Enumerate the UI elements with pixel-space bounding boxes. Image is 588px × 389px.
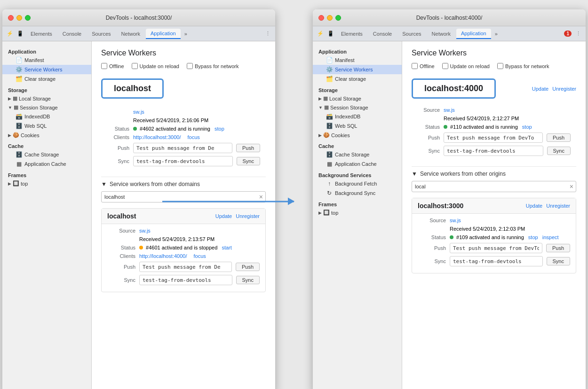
status-stop-link-1[interactable]: stop — [215, 126, 224, 132]
sidebar-item-indexeddb-2[interactable]: 🗃️ IndexedDB — [313, 112, 402, 121]
sec-sync-input-2[interactable] — [450, 256, 543, 266]
tab-console-2[interactable]: Console — [368, 29, 397, 39]
sec-sync-input-1[interactable] — [139, 275, 232, 285]
sec-sync-btn-1[interactable]: Sync — [236, 276, 260, 284]
sidebar-item-manifest-1[interactable]: 📄 Manifest — [2, 55, 91, 65]
sec-unregister-link-2[interactable]: Unregister — [546, 203, 570, 209]
sec-status-value-2: #109 activated and is running stop inspe… — [450, 234, 559, 240]
bypass-checkbox-1[interactable] — [187, 63, 193, 69]
push-input-2[interactable] — [444, 132, 543, 143]
offline-checkbox-1[interactable] — [101, 63, 107, 69]
tab-network-2[interactable]: Network — [427, 29, 455, 39]
sec-inspect-link-2[interactable]: inspect — [542, 234, 559, 240]
sync-input-1[interactable] — [133, 156, 233, 166]
tab-sources-2[interactable]: Sources — [397, 29, 426, 39]
sidebar-expand-cookies-2[interactable]: ▶ 🍪 Cookies — [313, 131, 402, 140]
sidebar-item-cachestorage-1[interactable]: 🗄️ Cache Storage — [2, 150, 91, 159]
tab-application-1[interactable]: Application — [146, 29, 181, 39]
sec-clients-url-1[interactable]: http://localhost:4000/ — [139, 253, 187, 259]
update-link-1[interactable]: Update — [215, 213, 232, 219]
sync-button-2[interactable]: Sync — [547, 147, 571, 155]
devtools-toggle-icon-2[interactable]: ⚡ — [316, 29, 325, 39]
push-button-2[interactable]: Push — [547, 133, 571, 142]
maximize-button-2[interactable] — [335, 15, 341, 21]
sec-status-action-1[interactable]: start — [222, 245, 231, 250]
sidebar-item-clearstorage-1[interactable]: 🗂️ Clear storage — [2, 74, 91, 84]
sidebar-expand-sessionstorage-2[interactable]: ▼ ▦ Session Storage — [313, 103, 402, 112]
tab-elements-2[interactable]: Elements — [336, 29, 367, 39]
filter-input-2[interactable] — [412, 181, 576, 192]
update-checkbox-2[interactable] — [442, 63, 448, 69]
sidebar-item-websql-1[interactable]: 🗄️ Web SQL — [2, 121, 91, 131]
sec-clients-focus-1[interactable]: focus — [194, 253, 206, 259]
secondary-sw-host-1: localhost — [107, 212, 136, 220]
minimize-button-2[interactable] — [327, 15, 333, 21]
sidebar-expand-cookies-1[interactable]: ▶ 🍪 Cookies — [2, 131, 91, 140]
sec-push-input-1[interactable] — [139, 262, 232, 272]
sec-source-link-1[interactable]: sw.js — [139, 228, 151, 233]
other-origins-header-2[interactable]: ▼ Service workers from other origins — [412, 171, 576, 177]
close-button-2[interactable] — [318, 15, 324, 21]
sidebar-item-cachestorage-2[interactable]: 🗄️ Cache Storage — [313, 150, 402, 159]
sw-received-value-1: Received 5/24/2019, 2:16:06 PM — [133, 117, 208, 123]
sec-push-btn-2[interactable]: Push — [546, 244, 570, 252]
sidebar-expand-sessionstorage-1[interactable]: ▼ ▦ Session Storage — [2, 103, 91, 112]
tab-application-2[interactable]: Application — [456, 29, 491, 39]
devtools-toggle-icon[interactable]: ⚡ — [5, 29, 15, 39]
other-domains-header-1[interactable]: ▼ Service workers from other domains — [101, 181, 266, 187]
sidebar-item-indexeddb-1[interactable]: 🗃️ IndexedDB — [2, 112, 91, 121]
maximize-button-1[interactable] — [25, 15, 31, 21]
sidebar-item-serviceworkers-1[interactable]: ⚙️ Service Workers — [2, 65, 91, 74]
sidebar-expand-localstorage-1[interactable]: ▶ ▦ Local Storage — [2, 94, 91, 103]
tab-console-1[interactable]: Console — [58, 29, 86, 39]
sec-sync-btn-2[interactable]: Sync — [547, 257, 570, 265]
filter-clear-1[interactable]: × — [259, 193, 263, 201]
sw-source-link-1[interactable]: sw.js — [133, 109, 144, 115]
update-checkbox-1[interactable] — [132, 63, 138, 69]
close-button-1[interactable] — [8, 15, 14, 21]
clients-focus-1[interactable]: focus — [188, 134, 200, 140]
device-icon[interactable]: 📱 — [16, 29, 25, 39]
error-badge-2: 1 — [564, 31, 572, 37]
unregister-link-1[interactable]: Unregister — [236, 213, 260, 219]
minimize-button-1[interactable] — [16, 15, 22, 21]
sec-stop-link-2[interactable]: stop — [528, 234, 538, 240]
sidebar-expand-frames-1[interactable]: ▶ 🔲 top — [2, 179, 91, 188]
sidebar-item-clearstorage-2[interactable]: 🗂️ Clear storage — [313, 74, 402, 84]
status-stop-link-2[interactable]: stop — [522, 124, 532, 130]
sidebar-item-appcache-1[interactable]: ▦ Application Cache — [2, 159, 91, 169]
main-update-link-2[interactable]: Update — [532, 86, 548, 92]
sidebar-expand-frames-2[interactable]: ▶ 🔲 top — [313, 208, 402, 217]
settings-icon-2[interactable]: ⋮ — [573, 29, 583, 39]
sec-source-link-2[interactable]: sw.js — [450, 218, 461, 223]
sec-push-btn-1[interactable]: Push — [236, 263, 260, 271]
push-input-1[interactable] — [133, 143, 232, 153]
sidebar-item-bgfetch[interactable]: ↑ Background Fetch — [313, 179, 402, 188]
sync-input-2[interactable] — [444, 146, 543, 156]
sync-button-1[interactable]: Sync — [237, 157, 260, 165]
sidebar-item-bgsync[interactable]: ↻ Background Sync — [313, 188, 402, 198]
device-icon-2[interactable]: 📱 — [326, 29, 335, 39]
offline-checkbox-2[interactable] — [412, 63, 418, 69]
main-unregister-link-2[interactable]: Unregister — [552, 86, 576, 92]
tab-more-2[interactable]: » — [492, 29, 501, 39]
sidebar-item-websql-2[interactable]: 🗄️ Web SQL — [313, 121, 402, 131]
settings-icon-1[interactable]: ⋮ — [263, 29, 272, 39]
sidebar-item-appcache-2[interactable]: ▦ Application Cache — [313, 159, 402, 169]
sec-update-link-2[interactable]: Update — [526, 203, 542, 209]
tab-more-1[interactable]: » — [182, 29, 190, 39]
tab-sources-1[interactable]: Sources — [87, 29, 115, 39]
tab-elements-1[interactable]: Elements — [26, 29, 57, 39]
sidebar-item-serviceworkers-2[interactable]: ⚙️ Service Workers — [313, 65, 402, 74]
sidebar-item-manifest-2[interactable]: 📄 Manifest — [313, 55, 402, 65]
clients-url-1[interactable]: http://localhost:3000/ — [133, 134, 181, 140]
tab-network-1[interactable]: Network — [117, 29, 145, 39]
push-button-1[interactable]: Push — [236, 144, 260, 152]
sidebar-expand-localstorage-2[interactable]: ▶ ▦ Local Storage — [313, 94, 402, 103]
sw-source-link-2[interactable]: sw.js — [444, 107, 455, 113]
bypass-checkbox-2[interactable] — [497, 63, 503, 69]
sec-push-input-2[interactable] — [450, 243, 542, 253]
secondary-sw-header-2: localhost:3000 Update Unregister — [412, 198, 576, 214]
filter-clear-2[interactable]: × — [570, 183, 573, 190]
sidebar-section-frames-1: Frames — [2, 171, 91, 179]
